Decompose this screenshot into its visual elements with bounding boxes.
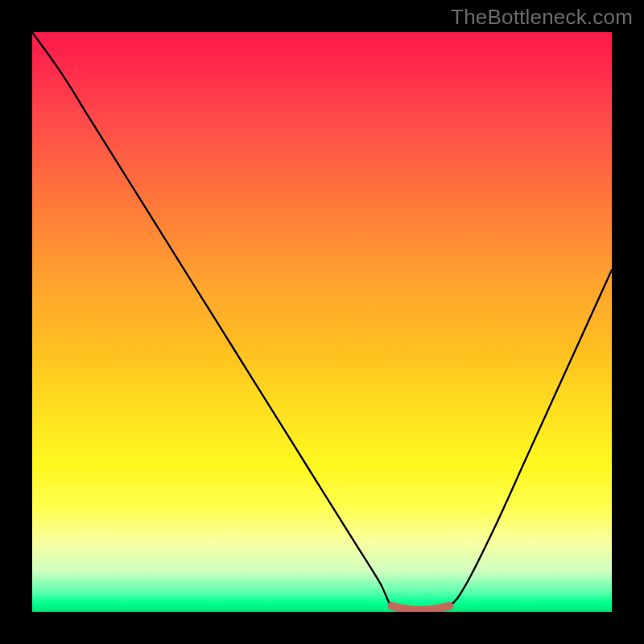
chart-frame: TheBottleneck.com (0, 0, 644, 644)
plot-area (32, 32, 612, 612)
flat-segment (391, 606, 449, 610)
bottleneck-curve (32, 32, 612, 612)
watermark-text: TheBottleneck.com (451, 5, 633, 30)
curve-path (32, 32, 612, 612)
